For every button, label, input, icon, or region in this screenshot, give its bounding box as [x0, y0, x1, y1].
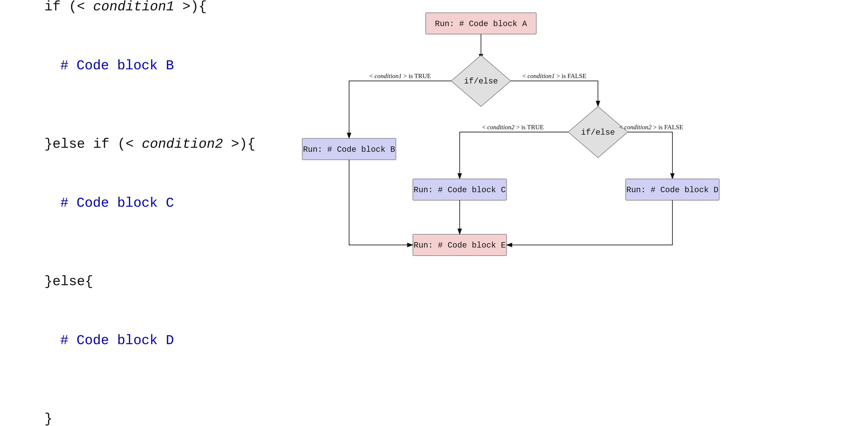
- code-listing: # Code block A if (< condition1 >){ # Co…: [0, 0, 179, 426]
- code-line-blank3: [12, 370, 167, 390]
- arrow-if2-d: [628, 132, 673, 179]
- label-cond2-false: < condition2 > is FALSE: [619, 123, 683, 131]
- if-keyword: if (<: [44, 0, 93, 15]
- diamond-if2-text: if/else: [581, 128, 615, 137]
- else-if-keyword: }else if (<: [44, 136, 142, 152]
- node-a-text: Run: # Code block A: [435, 19, 527, 28]
- arrow-b-e: [349, 160, 413, 245]
- code-line-2: if (< condition1 >){: [12, 0, 167, 36]
- code-line-blank1: [12, 95, 167, 115]
- code-block-d-label: # Code block D: [60, 333, 174, 348]
- else-keyword: }else{: [44, 274, 93, 289]
- label-cond1-true: < condition1 > is TRUE: [369, 72, 431, 80]
- code-line-blank2: [12, 233, 167, 252]
- code-line-6: }else{: [12, 252, 167, 311]
- close-brace: }: [44, 411, 53, 426]
- code-line-4: }else if (< condition2 >){: [12, 115, 167, 174]
- arrow-if1-b: [349, 81, 451, 138]
- arrow-if1-if2: [511, 81, 598, 106]
- code-line-5: # Code block C: [12, 174, 167, 233]
- code-line-8: }: [12, 390, 167, 426]
- code-block-b-label: # Code block B: [60, 58, 174, 73]
- arrow-if2-c: [460, 132, 568, 179]
- arrow-d-e: [506, 200, 672, 245]
- label-cond1-false: < condition1 > is FALSE: [522, 72, 587, 80]
- code-block-c-label: # Code block C: [60, 195, 174, 211]
- node-c-text: Run: # Code block C: [414, 186, 506, 195]
- flowchart-panel: Run: # Code block A if/else < condition1…: [179, 0, 868, 426]
- condition1-text: condition1: [93, 0, 174, 15]
- node-d-text: Run: # Code block D: [626, 186, 718, 195]
- flowchart-svg: Run: # Code block A if/else < condition1…: [179, 0, 868, 426]
- code-line-3: # Code block B: [12, 36, 167, 95]
- node-e-text: Run: # Code block E: [414, 241, 506, 250]
- node-b-text: Run: # Code block B: [303, 145, 395, 154]
- diamond-if1-text: if/else: [464, 77, 498, 86]
- code-line-7: # Code block D: [12, 311, 167, 370]
- label-cond2-true: < condition2 > is TRUE: [482, 123, 544, 131]
